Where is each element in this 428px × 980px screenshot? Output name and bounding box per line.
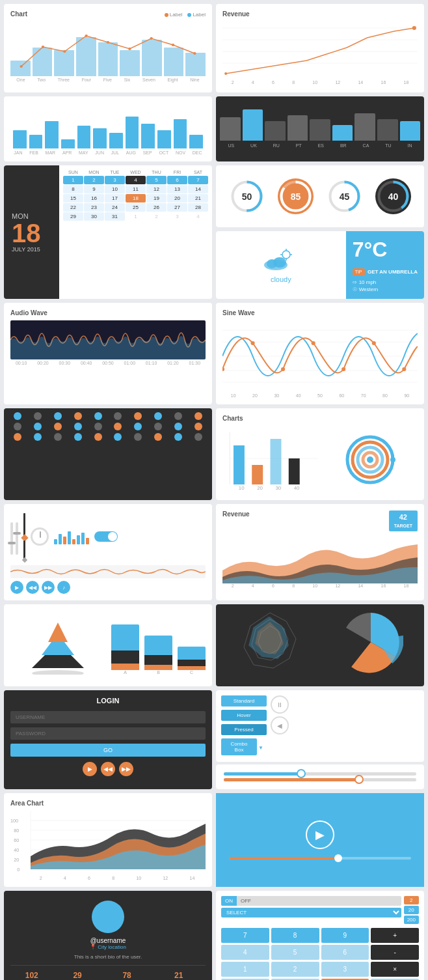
profile-card: @username 📍 City location This is a shor… [4,891,212,980]
btn-2[interactable]: 2 [271,962,319,977]
login-prev[interactable]: ◀◀ [101,762,115,776]
stat-following: 29 FOLLOWING [64,971,91,980]
stats-row: 102 UPDATES 29 FOLLOWING 78 FOLLOWERS 21… [10,965,206,980]
login-play[interactable]: ▶ [83,762,97,776]
music-btn[interactable]: ♪ [57,581,70,594]
svg-point-42 [402,367,406,371]
slider-2[interactable] [224,778,416,781]
slider-v-1[interactable] [10,522,13,555]
svg-point-8 [193,52,196,55]
svg-point-41 [372,341,376,345]
svg-marker-60 [32,655,84,668]
svg-point-38 [281,367,285,371]
toggle-switch[interactable] [94,531,118,542]
svg-rect-47 [271,439,282,484]
btn-9[interactable]: 9 [321,928,369,943]
svg-text:60: 60 [14,838,19,843]
svg-text:40: 40 [294,485,300,490]
wind-detail: ⇨ 10 mph [353,279,418,285]
weather-right: 7°C TIP GET AN UMBRELLA ⇨ 10 mph ☉ Weste… [346,231,424,299]
svg-point-39 [312,341,315,345]
svg-point-14 [412,26,416,30]
location-icon: 📍 [90,944,96,950]
btn-hover[interactable]: Hover [221,710,267,721]
svg-point-37 [250,341,254,345]
play-btn[interactable]: ▶ [10,581,23,594]
buttons-card: Standard Hover Pressed Combo Box ▼ ⏸ ◀ [216,690,424,762]
btn-8[interactable]: 8 [271,928,319,943]
go-button[interactable]: GO [10,744,206,757]
tip-text: GET AN UMBRELLA [368,269,418,275]
calc-off-btn[interactable]: OFF [237,896,255,906]
pause-btn[interactable]: ⏸ [271,695,289,714]
sine-wave-title: Sine Wave [222,309,418,316]
charts-card: Charts 10 20 30 40 [216,408,424,500]
video-progress-bar[interactable] [229,857,411,860]
chart-title: Chart [10,10,27,18]
btn-mult[interactable]: × [371,962,419,977]
revenue-line-card: Revenue 24681012141618 [216,4,424,92]
avatar [92,901,124,933]
svg-point-0 [20,65,22,68]
combo-arrow[interactable]: ▼ [258,745,263,751]
calc-on-off[interactable]: ON OFF [221,896,401,906]
sliders-card [216,764,424,789]
svg-point-30 [273,257,286,268]
mixer-card [4,408,212,500]
btn-4[interactable]: 4 [221,945,269,960]
btn-minus[interactable]: - [371,945,419,960]
calc-grid: 7 8 9 + 4 5 6 - 1 2 3 × 0 * = % [221,928,419,980]
svg-text:0: 0 [17,867,20,873]
gauges-weather-col: 50 85 45 [216,165,424,299]
dark-3d-card [216,604,424,686]
video-play-btn[interactable]: ▶ [306,820,334,849]
btn-plus[interactable]: + [371,928,419,943]
next-btn[interactable]: ▶▶ [42,581,55,594]
calc-select[interactable]: SELECT [221,908,401,917]
login-card: LOGIN GO ▶ ◀◀ ▶▶ [4,690,212,789]
calc-on-btn[interactable]: ON [221,896,237,906]
username-input[interactable] [10,711,206,723]
calc-badges: 2 20 200 [404,896,419,924]
area-chart-card: Area Chart 100 80 60 40 20 [4,793,212,887]
svg-text:30: 30 [275,485,281,490]
password-input[interactable] [10,727,206,740]
gauges-card: 50 85 45 [216,165,424,227]
direction-detail: ☉ Western [353,287,418,292]
svg-point-57 [367,456,373,463]
knob-control[interactable] [31,527,49,546]
profile-location: 📍 City location [10,944,206,950]
svg-point-59 [32,670,84,675]
svg-point-5 [128,48,131,50]
weather-card: cloudy 7°C TIP GET AN UMBRELLA ⇨ 10 mph … [216,231,424,299]
btn-1[interactable]: 1 [221,962,269,977]
svg-point-2 [63,50,66,53]
play2-btn[interactable]: ◀ [271,716,289,735]
btn-3[interactable]: 3 [321,962,369,977]
cal-date: 18 [12,220,51,246]
btn-6[interactable]: 6 [321,945,369,960]
svg-text:40: 40 [14,848,19,853]
combo-btn[interactable]: Combo Box [221,738,257,755]
login-next[interactable]: ▶▶ [119,762,133,776]
svg-rect-48 [289,458,300,484]
chart-line-bar-card: Chart Label Label [4,4,212,92]
prev-btn[interactable]: ◀◀ [26,581,39,594]
svg-text:10: 10 [239,485,245,490]
btn-5[interactable]: 5 [271,945,319,960]
slider-v-2[interactable] [16,522,18,555]
country-bar-card: USUKRUPTESBRCATUIN [216,96,424,161]
btn-7[interactable]: 7 [221,928,269,943]
eq-bars [54,529,89,544]
slider-1[interactable] [224,772,416,776]
svg-point-6 [150,37,152,40]
btn-pressed[interactable]: Pressed [221,724,267,735]
sine-wave-card: Sine Wave 10 [216,303,424,404]
svg-point-3 [85,35,87,37]
btn-standard[interactable]: Standard [221,695,267,707]
svg-point-4 [107,41,109,44]
gauge-45: 45 [327,178,362,214]
stat-collections: 21 COLLECTIONS [163,971,194,980]
controls-card: ▶ ◀◀ ▶▶ ♪ [4,504,212,600]
weather-left: cloudy [216,231,346,299]
